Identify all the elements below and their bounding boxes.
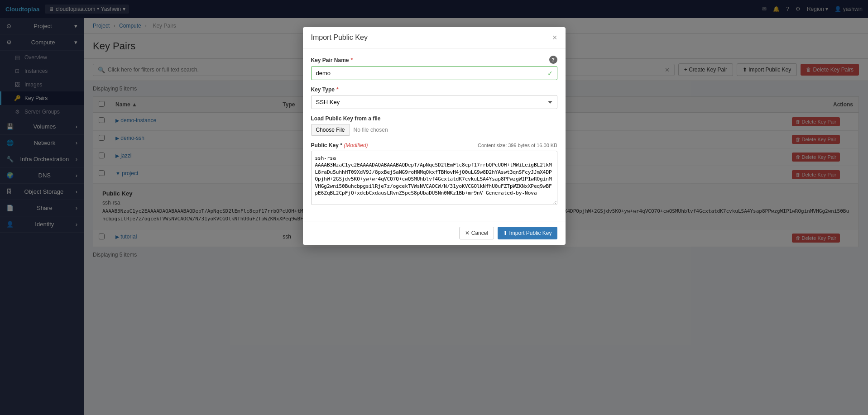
keytype-label: Key Type * — [311, 86, 557, 93]
check-icon: ✓ — [547, 70, 553, 77]
pubkey-modified: (Modified) — [344, 142, 368, 148]
keypair-name-label: Key Pair Name * ? — [311, 57, 557, 64]
pubkey-required: * — [340, 142, 342, 148]
file-section: Load Public Key from a file Choose File … — [311, 115, 557, 136]
modal-overlay: Import Public Key × Key Pair Name * ? ✓ … — [0, 0, 868, 415]
choose-file-button[interactable]: Choose File — [311, 124, 350, 136]
keytype-select[interactable]: SSH Key x509 ECDSA — [311, 95, 557, 109]
pubkey-label-row: Public Key * (Modified) Content size: 39… — [311, 142, 557, 148]
pubkey-label-left: Public Key * (Modified) — [311, 142, 368, 148]
import-public-key-modal: Import Public Key × Key Pair Name * ? ✓ … — [303, 27, 566, 245]
keypair-name-input-wrapper: ✓ — [311, 66, 557, 80]
keypair-name-group: Key Pair Name * ? ✓ — [311, 57, 557, 80]
modal-header: Import Public Key × — [303, 27, 566, 48]
keypair-name-input[interactable] — [311, 66, 557, 80]
file-section-label: Load Public Key from a file — [311, 115, 557, 122]
keytype-required: * — [336, 86, 339, 93]
keypair-name-required: * — [351, 57, 353, 63]
modal-import-button[interactable]: ⬆ Import Public Key — [498, 227, 557, 239]
file-row: Choose File No file chosen — [311, 124, 557, 136]
modal-close-button[interactable]: × — [552, 33, 557, 42]
keytype-group: Key Type * SSH Key x509 ECDSA — [311, 86, 557, 109]
pubkey-textarea[interactable]: ssh-rsa AAAAB3NzaC1yc2EAAAADAQABAAABAQDe… — [311, 151, 557, 205]
modal-title: Import Public Key — [311, 33, 368, 42]
pubkey-label-right: Content size: 399 bytes of 16.00 KB — [478, 143, 557, 148]
modal-cancel-button[interactable]: ✕ Cancel — [459, 227, 494, 239]
modal-footer: ✕ Cancel ⬆ Import Public Key — [303, 221, 566, 245]
pubkey-group: Public Key * (Modified) Content size: 39… — [311, 142, 557, 206]
modal-body: Key Pair Name * ? ✓ Key Type * SSH Key x… — [303, 48, 566, 221]
help-icon[interactable]: ? — [549, 56, 557, 64]
no-file-text: No file chosen — [354, 127, 388, 133]
